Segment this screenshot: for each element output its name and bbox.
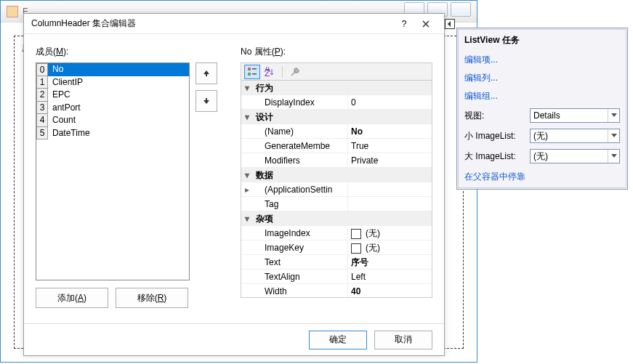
list-item-name: EPC [48, 89, 189, 102]
property-pages-button[interactable] [287, 65, 303, 79]
dock-parent-link[interactable]: 在父容器中停靠 [459, 166, 626, 187]
small-imagelist-select[interactable]: (无) [530, 129, 620, 143]
remove-button[interactable]: 移除(R) [116, 288, 188, 308]
view-select[interactable]: Details [530, 108, 620, 123]
svg-text:Z: Z [265, 68, 270, 77]
prop-val-displayindex: 0 [347, 95, 432, 109]
prop-key-tag: Tag [253, 197, 347, 211]
close-window-button[interactable] [451, 2, 471, 17]
edit-columns-link[interactable]: 编辑列... [459, 69, 626, 87]
list-item-index: 5 [36, 127, 48, 140]
list-item-index: 0 [36, 63, 48, 76]
edit-groups-link[interactable]: 编辑组... [459, 87, 626, 105]
list-item[interactable]: 4Count [36, 114, 189, 127]
list-item-name: ClientIP [48, 76, 189, 89]
edit-items-link[interactable]: 编辑项... [459, 51, 626, 69]
categorized-icon [247, 67, 257, 77]
dialog-title-text: ColumnHeader 集合编辑器 [31, 17, 393, 30]
svg-rect-0 [248, 68, 251, 70]
list-item[interactable]: 2EPC [36, 89, 189, 102]
large-imagelist-select[interactable]: (无) [530, 149, 620, 163]
list-item-name: Count [48, 114, 189, 127]
prop-key-name: (Name) [253, 124, 347, 138]
svg-rect-3 [252, 73, 257, 75]
arrow-down-icon [203, 97, 210, 105]
add-button[interactable]: 添加(A) [36, 288, 108, 308]
list-item-name: No [48, 63, 189, 76]
list-item-name: antPort [48, 102, 189, 115]
alphabetical-icon: AZ [265, 67, 275, 77]
list-item[interactable]: 5DateTime [36, 127, 189, 140]
ok-button[interactable]: 确定 [309, 331, 367, 349]
wrench-icon [290, 67, 300, 77]
property-row[interactable]: ▸(ApplicationSettin [241, 182, 432, 197]
prop-key-appsettings: (ApplicationSettin [253, 182, 347, 196]
view-select-value: Details [533, 110, 560, 121]
move-down-button[interactable] [195, 90, 217, 112]
prop-val-imagekey: (无) [347, 240, 432, 254]
prop-val-imageindex: (无) [347, 226, 432, 240]
property-row[interactable]: TextAlignLeft [241, 270, 432, 284]
empty-image-icon [351, 243, 361, 254]
prop-val-width: 40 [347, 284, 432, 298]
property-row[interactable]: Tag [241, 197, 432, 211]
form-icon [7, 6, 18, 17]
help-button[interactable]: ? [393, 14, 415, 34]
prop-key-width: Width [253, 284, 347, 298]
prop-key-displayindex: DisplayIndex [253, 95, 347, 109]
category-design: 设计 [253, 110, 347, 124]
category-misc: 杂项 [253, 211, 347, 225]
listview-tasks-panel: ListView 任务 编辑项... 编辑列... 编辑组... 视图: Det… [456, 28, 628, 190]
property-row[interactable]: Text序号 [241, 255, 432, 270]
alphabetical-button[interactable]: AZ [262, 65, 278, 79]
list-item[interactable]: 3antPort [36, 102, 189, 115]
collection-editor-dialog: ColumnHeader 集合编辑器 ? 成员(M): 0No1ClientIP… [23, 13, 445, 356]
property-grid-toolbar: AZ [241, 62, 432, 80]
list-item-index: 2 [36, 89, 48, 102]
category-behavior: 行为 [253, 81, 347, 94]
dialog-footer: 确定 取消 [24, 323, 444, 355]
expand-icon[interactable]: ▸ [241, 182, 253, 196]
property-row[interactable]: ImageKey(无) [241, 240, 432, 255]
prop-val-text: 序号 [347, 255, 432, 269]
cancel-button[interactable]: 取消 [374, 331, 432, 349]
arrow-up-icon [203, 70, 210, 77]
tasks-title: ListView 任务 [459, 30, 626, 51]
members-listbox[interactable]: 0No1ClientIP2EPC3antPort4Count5DateTime [36, 62, 190, 280]
members-label: 成员(M): [36, 46, 220, 58]
collapse-icon[interactable]: ▾ [241, 110, 253, 124]
collapse-icon[interactable]: ▾ [241, 211, 253, 225]
toolbar-divider [282, 66, 283, 78]
collapse-icon[interactable]: ▾ [241, 168, 253, 182]
list-item-index: 4 [36, 114, 48, 127]
close-button[interactable] [415, 14, 437, 34]
property-grid[interactable]: ▾行为 DisplayIndex0 ▾设计 (Name)No GenerateM… [241, 80, 432, 298]
view-label: 视图: [464, 110, 530, 122]
property-row[interactable]: Width40 [241, 284, 432, 298]
property-row[interactable]: GenerateMembeTrue [241, 139, 432, 153]
list-item[interactable]: 0No [36, 63, 189, 76]
prop-key-imagekey: ImageKey [253, 240, 347, 254]
large-imagelist-value: (无) [533, 150, 548, 163]
svg-rect-2 [252, 68, 257, 70]
list-item[interactable]: 1ClientIP [36, 76, 189, 89]
property-row[interactable]: ModifiersPrivate [241, 153, 432, 168]
categorized-button[interactable] [244, 65, 260, 79]
svg-rect-1 [248, 73, 251, 76]
large-imagelist-label: 大 ImageList: [464, 150, 530, 163]
prop-key-imageindex: ImageIndex [253, 226, 347, 240]
prop-val-modifiers: Private [347, 153, 432, 167]
collapse-icon[interactable]: ▾ [241, 81, 253, 94]
move-up-button[interactable] [195, 62, 217, 84]
prop-key-modifiers: Modifiers [253, 153, 347, 167]
prop-key-text: Text [253, 255, 347, 269]
property-row[interactable]: DisplayIndex0 [241, 95, 432, 110]
prop-key-generatemember: GenerateMembe [253, 139, 347, 153]
property-row[interactable]: ImageIndex(无) [241, 226, 432, 240]
list-item-name: DateTime [48, 127, 189, 140]
list-item-index: 1 [36, 76, 48, 89]
list-item-index: 3 [36, 102, 48, 115]
property-row[interactable]: (Name)No [241, 124, 432, 139]
small-imagelist-value: (无) [533, 130, 548, 142]
smart-tag-anchor[interactable] [445, 19, 455, 29]
